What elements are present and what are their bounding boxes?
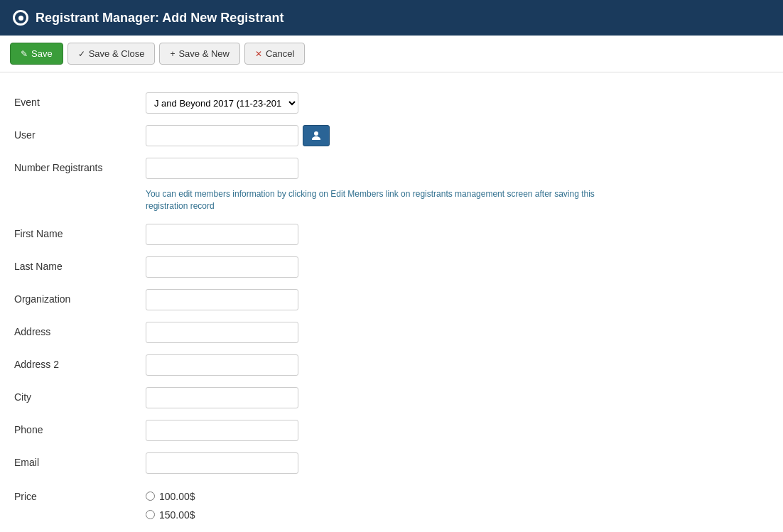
price-field: 100.00$ 150.00$ [146, 488, 769, 521]
organization-field [146, 289, 769, 310]
city-input[interactable] [146, 387, 298, 408]
address2-label: Address 2 [14, 354, 146, 370]
check-icon: ✓ [78, 49, 85, 59]
cancel-button[interactable]: ✕ Cancel [244, 43, 305, 65]
registration-date-row: Registration Date 12-18-2015 [14, 526, 769, 532]
address-field [146, 322, 769, 343]
address2-input[interactable] [146, 354, 298, 376]
phone-row: Phone [14, 414, 769, 447]
event-row: Event J and Beyond 2017 (11-23-2015 [14, 87, 769, 119]
user-icon [310, 130, 322, 141]
address-input[interactable] [146, 322, 298, 343]
user-row: User [14, 119, 769, 152]
email-input[interactable] [146, 452, 298, 474]
user-field [146, 125, 769, 146]
organization-input[interactable] [146, 289, 298, 310]
address2-field [146, 354, 769, 376]
title-bar: Registrant Manager: Add New Registrant [0, 0, 783, 36]
city-label: City [14, 387, 146, 403]
last-name-row: Last Name [14, 251, 769, 283]
last-name-label: Last Name [14, 256, 146, 272]
first-name-input[interactable] [146, 224, 298, 245]
email-row: Email [14, 447, 769, 479]
number-registrants-label: Number Registrants [14, 158, 146, 173]
event-label: Event [14, 92, 146, 108]
address2-row: Address 2 [14, 349, 769, 381]
city-row: City [14, 381, 769, 414]
save-new-button[interactable]: + Save & New [159, 43, 240, 65]
page-title: Registrant Manager: Add New Registrant [36, 11, 284, 26]
last-name-field [146, 256, 769, 278]
price-label: Price [14, 488, 146, 502]
phone-field [146, 420, 769, 441]
form-area: Event J and Beyond 2017 (11-23-2015 User… [0, 72, 783, 532]
app-icon [13, 10, 28, 26]
event-select[interactable]: J and Beyond 2017 (11-23-2015 [146, 92, 298, 114]
first-name-row: First Name [14, 218, 769, 251]
number-registrants-hint: You can edit members information by clic… [146, 183, 615, 212]
user-select-button[interactable] [303, 125, 330, 146]
organization-label: Organization [14, 289, 146, 305]
number-registrants-field: You can edit members information by clic… [146, 158, 769, 212]
first-name-label: First Name [14, 224, 146, 239]
phone-input[interactable] [146, 420, 298, 441]
user-label: User [14, 125, 146, 141]
address-row: Address [14, 316, 769, 349]
price-value-2: 150.00$ [159, 509, 195, 521]
email-label: Email [14, 452, 146, 468]
price-radio-2[interactable] [146, 510, 155, 519]
city-field [146, 387, 769, 408]
cancel-icon: ✕ [255, 49, 262, 59]
price-value-1: 100.00$ [159, 491, 195, 502]
price-options: 100.00$ 150.00$ [146, 488, 195, 521]
phone-label: Phone [14, 420, 146, 435]
number-registrants-input[interactable] [146, 158, 298, 179]
email-field [146, 452, 769, 474]
price-radio-1[interactable] [146, 492, 155, 501]
first-name-field [146, 224, 769, 245]
user-input[interactable] [146, 125, 298, 146]
price-option-2[interactable]: 150.00$ [146, 509, 195, 521]
toolbar: ✎ Save ✓ Save & Close + Save & New ✕ Can… [0, 36, 783, 72]
save-button[interactable]: ✎ Save [10, 43, 63, 65]
address-label: Address [14, 322, 146, 337]
organization-row: Organization [14, 283, 769, 316]
price-option-1[interactable]: 100.00$ [146, 491, 195, 502]
event-field: J and Beyond 2017 (11-23-2015 [146, 92, 769, 114]
plus-icon: + [170, 49, 175, 59]
last-name-input[interactable] [146, 256, 298, 278]
price-row: Price 100.00$ 150.00$ [14, 479, 769, 526]
save-close-button[interactable]: ✓ Save & Close [68, 43, 156, 65]
save-icon: ✎ [21, 49, 28, 59]
number-registrants-row: Number Registrants You can edit members … [14, 152, 769, 218]
